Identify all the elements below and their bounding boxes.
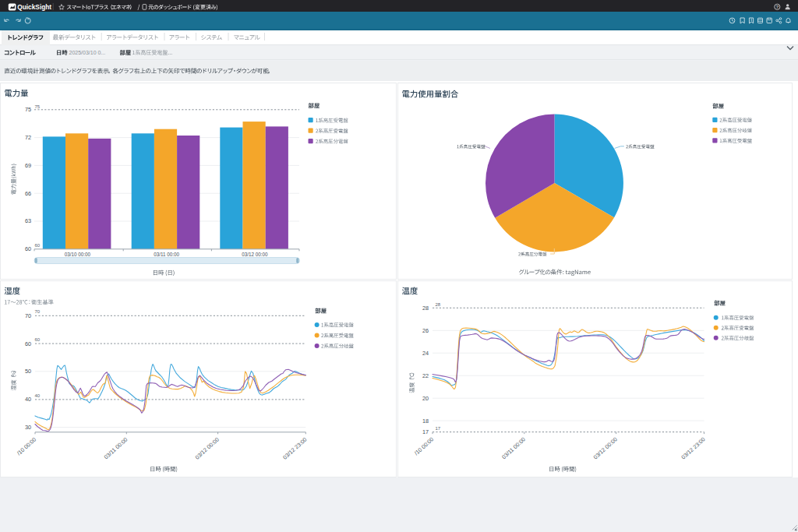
svg-text:72: 72 — [25, 134, 31, 141]
svg-text:03/11 00:00: 03/11 00:00 — [154, 252, 179, 257]
svg-text:03/11 00:00: 03/11 00:00 — [103, 436, 129, 461]
svg-text:24: 24 — [422, 350, 429, 357]
svg-text:40: 40 — [35, 393, 41, 398]
svg-text:60: 60 — [35, 337, 41, 342]
svg-text:/10 00:00: /10 00:00 — [413, 435, 435, 456]
svg-text:70: 70 — [25, 312, 31, 319]
svg-text:22: 22 — [422, 372, 429, 379]
svg-text:03/10 00:00: 03/10 00:00 — [65, 252, 91, 257]
svg-text:QuickSight: QuickSight — [17, 3, 51, 11]
svg-text:?: ? — [775, 4, 779, 9]
svg-text:60: 60 — [25, 245, 31, 252]
svg-text:03/12 23:00: 03/12 23:00 — [281, 436, 308, 461]
svg-text:28: 28 — [436, 302, 441, 307]
svg-text:26: 26 — [422, 327, 429, 334]
svg-text:/10 00:00: /10 00:00 — [16, 436, 37, 457]
svg-text:03/12 00:00: 03/12 00:00 — [242, 252, 268, 257]
svg-text:03/11 00:00: 03/11 00:00 — [500, 435, 527, 460]
svg-text:70: 70 — [35, 309, 41, 314]
svg-text:20: 20 — [422, 395, 429, 402]
svg-text:75: 75 — [35, 104, 41, 109]
svg-text:40: 40 — [25, 396, 31, 403]
svg-text:75: 75 — [25, 106, 31, 113]
svg-text:50: 50 — [25, 368, 31, 375]
svg-text:60: 60 — [25, 340, 31, 347]
svg-text:30: 30 — [25, 424, 31, 431]
svg-text:03/12 23:00: 03/12 23:00 — [680, 435, 706, 460]
svg-text:69: 69 — [25, 162, 31, 169]
svg-text:28: 28 — [422, 305, 429, 312]
svg-text:17: 17 — [422, 428, 429, 435]
svg-text:03/12 00:00: 03/12 00:00 — [591, 435, 618, 460]
svg-text:18: 18 — [422, 417, 429, 425]
svg-text:17: 17 — [436, 426, 441, 431]
svg-text:63: 63 — [25, 217, 31, 224]
svg-text:66: 66 — [25, 190, 31, 197]
svg-text:60: 60 — [35, 243, 41, 248]
svg-text:2025/03/10 0...: 2025/03/10 0... — [69, 50, 106, 55]
svg-text:03/12 00:00: 03/12 00:00 — [193, 436, 220, 461]
